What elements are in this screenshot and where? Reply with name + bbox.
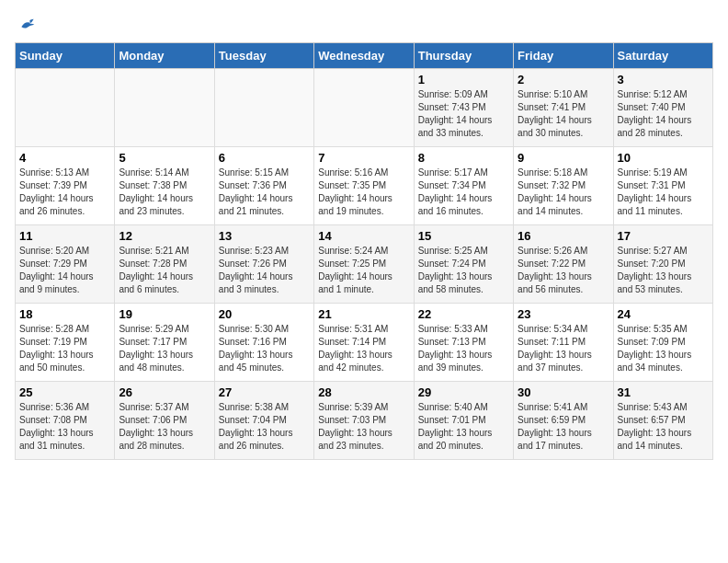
daylight-text: Daylight: 13 hours and 42 minutes.: [318, 350, 392, 373]
calendar-cell: 26 Sunrise: 5:37 AM Sunset: 7:06 PM Dayl…: [115, 382, 214, 460]
calendar-cell: 19 Sunrise: 5:29 AM Sunset: 7:17 PM Dayl…: [115, 304, 214, 382]
sunset-text: Sunset: 7:39 PM: [19, 180, 87, 190]
day-info: Sunrise: 5:16 AM Sunset: 7:35 PM Dayligh…: [318, 167, 409, 218]
day-info: Sunrise: 5:19 AM Sunset: 7:31 PM Dayligh…: [618, 167, 709, 218]
sunrise-text: Sunrise: 5:41 AM: [518, 402, 587, 412]
day-number: 17: [618, 229, 709, 243]
daylight-text: Daylight: 14 hours and 3 minutes.: [219, 271, 293, 294]
day-info: Sunrise: 5:31 AM Sunset: 7:14 PM Dayligh…: [318, 323, 409, 374]
day-info: Sunrise: 5:43 AM Sunset: 6:57 PM Dayligh…: [618, 401, 709, 453]
weekday-header-friday: Friday: [514, 43, 613, 69]
sunset-text: Sunset: 7:29 PM: [19, 259, 87, 269]
sunrise-text: Sunrise: 5:18 AM: [518, 167, 587, 178]
daylight-text: Daylight: 14 hours and 23 minutes.: [119, 193, 193, 216]
sunset-text: Sunset: 7:19 PM: [19, 337, 87, 347]
sunset-text: Sunset: 7:38 PM: [119, 180, 187, 190]
calendar-cell: 11 Sunrise: 5:20 AM Sunset: 7:29 PM Dayl…: [16, 225, 115, 304]
calendar-cell: 5 Sunrise: 5:14 AM Sunset: 7:38 PM Dayli…: [115, 147, 214, 225]
calendar-cell: 7 Sunrise: 5:16 AM Sunset: 7:35 PM Dayli…: [314, 147, 414, 225]
calendar-cell: 20 Sunrise: 5:30 AM Sunset: 7:16 PM Dayl…: [214, 304, 313, 382]
day-number: 20: [219, 307, 310, 321]
daylight-text: Daylight: 13 hours and 53 minutes.: [618, 271, 692, 294]
sunrise-text: Sunrise: 5:09 AM: [418, 89, 488, 99]
day-info: Sunrise: 5:25 AM Sunset: 7:24 PM Dayligh…: [418, 245, 509, 296]
sunrise-text: Sunrise: 5:27 AM: [618, 246, 688, 256]
sunset-text: Sunset: 7:34 PM: [418, 180, 486, 190]
sunrise-text: Sunrise: 5:21 AM: [119, 246, 188, 256]
sunset-text: Sunset: 7:24 PM: [418, 259, 486, 269]
sunrise-text: Sunrise: 5:20 AM: [19, 246, 89, 256]
calendar-cell: [115, 69, 214, 147]
sunset-text: Sunset: 7:13 PM: [418, 337, 486, 347]
sunset-text: Sunset: 7:11 PM: [518, 337, 586, 347]
sunrise-text: Sunrise: 5:33 AM: [418, 324, 488, 334]
daylight-text: Daylight: 13 hours and 45 minutes.: [219, 350, 293, 373]
day-number: 22: [418, 307, 509, 321]
day-info: Sunrise: 5:37 AM Sunset: 7:06 PM Dayligh…: [119, 401, 210, 453]
sunset-text: Sunset: 7:20 PM: [618, 259, 686, 269]
calendar-cell: 28 Sunrise: 5:39 AM Sunset: 7:03 PM Dayl…: [314, 382, 414, 460]
day-info: Sunrise: 5:15 AM Sunset: 7:36 PM Dayligh…: [219, 167, 310, 218]
calendar-cell: 18 Sunrise: 5:28 AM Sunset: 7:19 PM Dayl…: [16, 304, 115, 382]
sunset-text: Sunset: 7:28 PM: [119, 259, 187, 269]
day-info: Sunrise: 5:23 AM Sunset: 7:26 PM Dayligh…: [219, 245, 310, 296]
calendar-cell: 31 Sunrise: 5:43 AM Sunset: 6:57 PM Dayl…: [613, 382, 712, 460]
calendar-cell: 3 Sunrise: 5:12 AM Sunset: 7:40 PM Dayli…: [613, 69, 712, 147]
daylight-text: Daylight: 13 hours and 48 minutes.: [119, 350, 193, 373]
sunset-text: Sunset: 7:40 PM: [618, 102, 686, 112]
day-number: 8: [418, 151, 509, 165]
day-number: 11: [19, 229, 110, 243]
day-number: 27: [219, 385, 310, 399]
sunset-text: Sunset: 7:14 PM: [318, 337, 386, 347]
daylight-text: Daylight: 13 hours and 17 minutes.: [518, 428, 592, 451]
day-number: 18: [19, 307, 110, 321]
daylight-text: Daylight: 13 hours and 50 minutes.: [19, 350, 94, 373]
calendar-cell: 14 Sunrise: 5:24 AM Sunset: 7:25 PM Dayl…: [314, 225, 414, 304]
daylight-text: Daylight: 13 hours and 28 minutes.: [119, 428, 193, 451]
day-info: Sunrise: 5:35 AM Sunset: 7:09 PM Dayligh…: [618, 323, 709, 374]
day-info: Sunrise: 5:24 AM Sunset: 7:25 PM Dayligh…: [318, 245, 409, 296]
daylight-text: Daylight: 14 hours and 33 minutes.: [418, 115, 493, 138]
daylight-text: Daylight: 13 hours and 56 minutes.: [518, 271, 592, 294]
sunset-text: Sunset: 6:59 PM: [518, 415, 586, 425]
sunrise-text: Sunrise: 5:35 AM: [618, 324, 688, 334]
sunset-text: Sunset: 7:32 PM: [518, 180, 586, 190]
day-number: 28: [318, 385, 409, 399]
day-number: 16: [518, 229, 609, 243]
daylight-text: Daylight: 14 hours and 28 minutes.: [618, 115, 692, 138]
sunset-text: Sunset: 7:43 PM: [418, 102, 486, 112]
day-number: 6: [219, 151, 310, 165]
weekday-header-sunday: Sunday: [16, 43, 115, 69]
calendar-cell: [214, 69, 313, 147]
daylight-text: Daylight: 14 hours and 19 minutes.: [318, 193, 392, 216]
day-info: Sunrise: 5:12 AM Sunset: 7:40 PM Dayligh…: [618, 88, 709, 140]
calendar-cell: 17 Sunrise: 5:27 AM Sunset: 7:20 PM Dayl…: [613, 225, 712, 304]
sunset-text: Sunset: 7:31 PM: [618, 180, 686, 190]
daylight-text: Daylight: 14 hours and 14 minutes.: [518, 193, 592, 216]
day-number: 21: [318, 307, 409, 321]
day-info: Sunrise: 5:40 AM Sunset: 7:01 PM Dayligh…: [418, 401, 509, 453]
sunset-text: Sunset: 7:41 PM: [518, 102, 586, 112]
day-number: 25: [19, 385, 110, 399]
sunrise-text: Sunrise: 5:13 AM: [19, 167, 89, 178]
sunrise-text: Sunrise: 5:34 AM: [518, 324, 587, 334]
sunrise-text: Sunrise: 5:37 AM: [119, 402, 188, 412]
sunrise-text: Sunrise: 5:26 AM: [518, 246, 587, 256]
logo: [15, 15, 39, 33]
calendar-header-row: SundayMondayTuesdayWednesdayThursdayFrid…: [16, 43, 713, 69]
calendar-cell: 30 Sunrise: 5:41 AM Sunset: 6:59 PM Dayl…: [514, 382, 613, 460]
day-number: 9: [518, 151, 609, 165]
day-info: Sunrise: 5:20 AM Sunset: 7:29 PM Dayligh…: [19, 245, 110, 296]
day-info: Sunrise: 5:17 AM Sunset: 7:34 PM Dayligh…: [418, 167, 509, 218]
calendar-cell: 8 Sunrise: 5:17 AM Sunset: 7:34 PM Dayli…: [414, 147, 513, 225]
daylight-text: Daylight: 13 hours and 39 minutes.: [418, 350, 493, 373]
day-number: 19: [119, 307, 210, 321]
calendar-week-3: 11 Sunrise: 5:20 AM Sunset: 7:29 PM Dayl…: [16, 225, 713, 304]
calendar-cell: 21 Sunrise: 5:31 AM Sunset: 7:14 PM Dayl…: [314, 304, 414, 382]
calendar-table: SundayMondayTuesdayWednesdayThursdayFrid…: [15, 42, 713, 460]
weekday-header-thursday: Thursday: [414, 43, 513, 69]
calendar-cell: 6 Sunrise: 5:15 AM Sunset: 7:36 PM Dayli…: [214, 147, 313, 225]
day-number: 29: [418, 385, 509, 399]
weekday-header-monday: Monday: [115, 43, 214, 69]
day-number: 23: [518, 307, 609, 321]
